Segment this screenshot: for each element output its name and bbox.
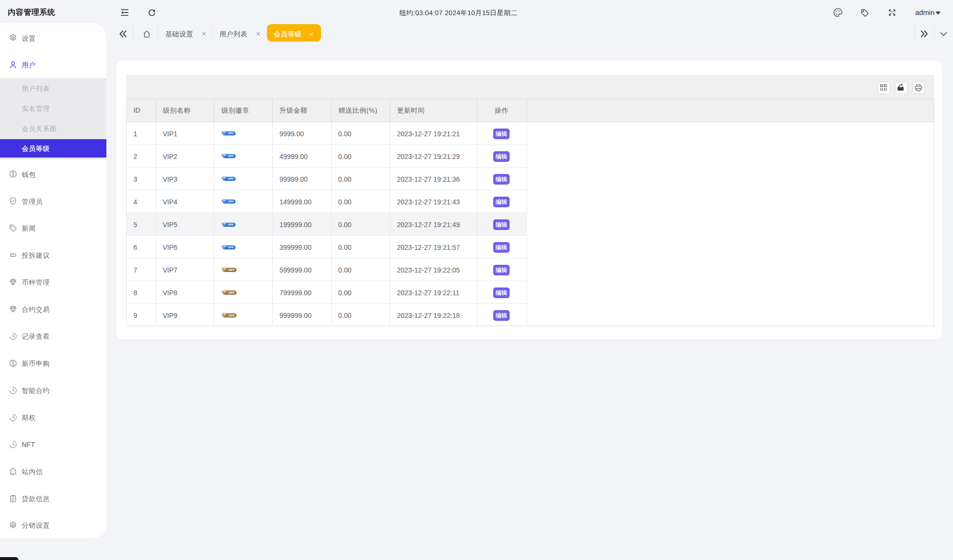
svg-text:VIP8: VIP8	[228, 291, 235, 294]
svg-text:VIP3: VIP3	[228, 178, 234, 181]
svg-text:VIP2: VIP2	[228, 155, 234, 158]
svg-text:VIP6: VIP6	[228, 246, 234, 249]
svg-text:VIP7: VIP7	[228, 269, 235, 272]
svg-text:VIP4: VIP4	[228, 201, 234, 203]
svg-text:VIP9: VIP9	[228, 314, 235, 317]
svg-text:VIP5: VIP5	[228, 223, 234, 226]
svg-text:VIP1: VIP1	[228, 132, 234, 135]
